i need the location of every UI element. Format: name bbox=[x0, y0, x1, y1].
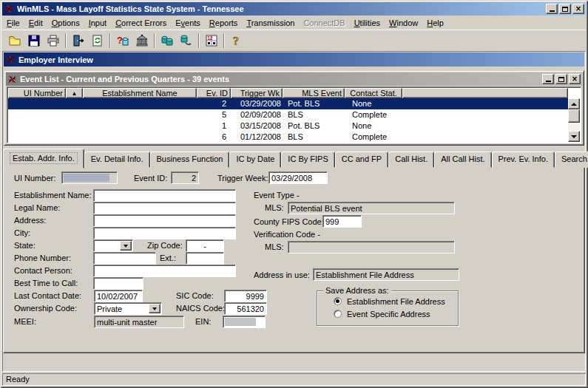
radio-establishment-file-address-label[interactable]: Establishment File Address bbox=[347, 297, 445, 306]
event-list-minimize-button[interactable] bbox=[542, 74, 554, 84]
vertical-scrollbar[interactable] bbox=[568, 98, 580, 142]
database-transfer-button[interactable] bbox=[177, 32, 196, 50]
find-event-button[interactable]: ? bbox=[113, 32, 132, 50]
menu-events[interactable]: Events bbox=[171, 17, 205, 29]
numbers-grid-button[interactable]: 12 bbox=[202, 32, 221, 50]
tab-prev-ev-info[interactable]: Prev. Ev. Info. bbox=[492, 152, 555, 168]
refresh-button[interactable] bbox=[88, 32, 107, 50]
status-text: Ready bbox=[6, 375, 30, 384]
menu-bar: File Edit Options Input Correct Errors E… bbox=[2, 16, 586, 30]
column-header-establishment-name[interactable]: Establishment Name bbox=[83, 88, 197, 98]
event-list-titlebar[interactable]: Event List - Current and Previous Quarte… bbox=[6, 72, 582, 86]
radio-event-specific-address[interactable] bbox=[334, 310, 342, 318]
menu-utilities[interactable]: Utilities bbox=[350, 17, 385, 29]
minimize-button[interactable] bbox=[546, 4, 558, 14]
save-icon bbox=[27, 33, 41, 48]
radio-establishment-file-address[interactable] bbox=[334, 297, 342, 305]
tab-search[interactable]: Search bbox=[555, 152, 588, 168]
menu-help[interactable]: Help bbox=[422, 17, 448, 29]
svg-text:?: ? bbox=[117, 35, 123, 46]
scroll-up-button[interactable] bbox=[568, 98, 580, 109]
establishment-name-field[interactable] bbox=[93, 189, 236, 202]
best-time-to-call-field[interactable] bbox=[93, 277, 143, 290]
menu-file[interactable]: File bbox=[2, 17, 24, 29]
tab-all-call-hist[interactable]: All Call Hist. bbox=[434, 152, 491, 168]
scrollbar-thumb[interactable] bbox=[568, 109, 580, 123]
event-list-window: Event List - Current and Previous Quarte… bbox=[4, 70, 584, 146]
sort-ascending-icon[interactable]: ▲ bbox=[66, 88, 83, 98]
save-button[interactable] bbox=[24, 32, 44, 50]
table-row[interactable]: 5 02/09/2008 BLS Complete bbox=[8, 109, 568, 120]
menu-options[interactable]: Options bbox=[47, 17, 84, 29]
menu-input[interactable]: Input bbox=[84, 17, 111, 29]
print-button[interactable] bbox=[44, 32, 63, 50]
chevron-down-icon[interactable] bbox=[120, 241, 132, 251]
phone-number-field[interactable] bbox=[93, 252, 156, 265]
ownership-code-dropdown[interactable]: Private bbox=[94, 302, 162, 315]
maximize-button[interactable] bbox=[559, 4, 571, 14]
menu-reports[interactable]: Reports bbox=[205, 17, 243, 29]
tab-ev-detail-info[interactable]: Ev. Detail Info. bbox=[84, 152, 150, 168]
column-header-mls-event[interactable]: MLS Event bbox=[283, 88, 345, 98]
tab-ic-by-fips[interactable]: IC By FIPS bbox=[281, 152, 334, 168]
tab-estab-addr-info[interactable]: Estab. Addr. Info. bbox=[3, 149, 84, 169]
tab-ic-by-date[interactable]: IC by Date bbox=[229, 152, 281, 168]
tab-business-function[interactable]: Business Function bbox=[150, 152, 230, 168]
table-row[interactable]: 1 03/15/2008 Pot. BLS None bbox=[8, 120, 568, 132]
menu-transmission[interactable]: Transmission bbox=[242, 17, 299, 29]
event-list-maximize-button[interactable] bbox=[555, 74, 567, 84]
table-row[interactable]: 6 01/12/2008 BLS Complete bbox=[8, 132, 568, 143]
sic-code-field[interactable]: 9999 bbox=[224, 290, 267, 302]
tab-call-hist[interactable]: Call Hist. bbox=[388, 152, 434, 168]
close-button[interactable]: × bbox=[572, 4, 584, 14]
naics-code-label: NAICS Code: bbox=[176, 304, 225, 313]
state-dropdown[interactable] bbox=[93, 239, 133, 252]
help-button[interactable]: ? bbox=[227, 32, 246, 50]
save-address-group: Save Address as: Establishment File Addr… bbox=[317, 290, 459, 326]
trigger-week-field[interactable]: 03/29/2008 bbox=[268, 171, 328, 184]
exit-button[interactable] bbox=[69, 32, 88, 50]
legal-name-label: Legal Name: bbox=[14, 203, 60, 212]
zip-code-field[interactable]: - bbox=[186, 239, 224, 252]
last-contact-date-label: Last Contact Date: bbox=[14, 291, 81, 300]
employer-lookup-button[interactable] bbox=[132, 32, 152, 50]
database-copy-button[interactable] bbox=[158, 32, 177, 50]
event-list-close-button[interactable]: × bbox=[569, 74, 581, 84]
state-label: State: bbox=[14, 241, 36, 250]
numbers-grid-icon: 12 bbox=[204, 33, 219, 48]
radio-event-specific-address-label[interactable]: Event Specific Address bbox=[347, 310, 430, 319]
tab-cc-and-fp[interactable]: CC and FP bbox=[335, 152, 388, 168]
estab-addr-info-panel: UI Number: Event ID: 2 Trigger Week: 03/… bbox=[3, 167, 585, 353]
toolbar-separator bbox=[154, 33, 155, 48]
contact-person-field[interactable] bbox=[93, 265, 236, 277]
menu-edit[interactable]: Edit bbox=[24, 17, 47, 29]
ui-number-label: UI Number: bbox=[14, 174, 55, 183]
employer-interview-titlebar[interactable]: Employer Interview bbox=[4, 52, 584, 67]
open-folder-button[interactable] bbox=[5, 32, 24, 50]
exit-door-icon bbox=[71, 33, 86, 48]
city-field[interactable] bbox=[93, 227, 236, 239]
contact-person-label: Contact Person: bbox=[14, 266, 72, 275]
column-header-ev-id[interactable]: Ev. ID bbox=[197, 88, 231, 98]
event-list-header: UI Number ▲ Establishment Name Ev. ID Tr… bbox=[8, 88, 568, 98]
menu-correct-errors[interactable]: Correct Errors bbox=[111, 17, 171, 29]
column-header-trigger-wk[interactable]: Trigger Wk bbox=[231, 88, 283, 98]
county-fips-field[interactable]: 999 bbox=[322, 215, 362, 228]
toolbar-separator bbox=[109, 33, 111, 48]
last-contact-date-field[interactable]: 10/02/2007 bbox=[94, 290, 143, 302]
column-header-contact-stat[interactable]: Contact Stat. bbox=[345, 88, 402, 98]
ext-field[interactable] bbox=[186, 252, 224, 265]
bank-building-icon bbox=[135, 33, 149, 48]
toolbar-separator bbox=[223, 33, 225, 48]
address-field[interactable] bbox=[93, 214, 236, 227]
legal-name-field[interactable] bbox=[93, 202, 236, 214]
naics-code-field[interactable]: 561320 bbox=[224, 302, 267, 315]
table-row[interactable]: 2 03/29/2008 Pot. BLS None bbox=[8, 98, 568, 109]
chevron-down-icon[interactable] bbox=[149, 304, 160, 313]
window-titlebar[interactable]: WinMLS - Mass Layoff Statistics State Sy… bbox=[2, 2, 586, 16]
scroll-down-button[interactable] bbox=[568, 131, 580, 142]
help-icon: ? bbox=[229, 33, 244, 48]
menu-window[interactable]: Window bbox=[385, 17, 422, 29]
column-header-ui-number[interactable]: UI Number bbox=[8, 88, 66, 98]
ein-field bbox=[223, 316, 266, 328]
